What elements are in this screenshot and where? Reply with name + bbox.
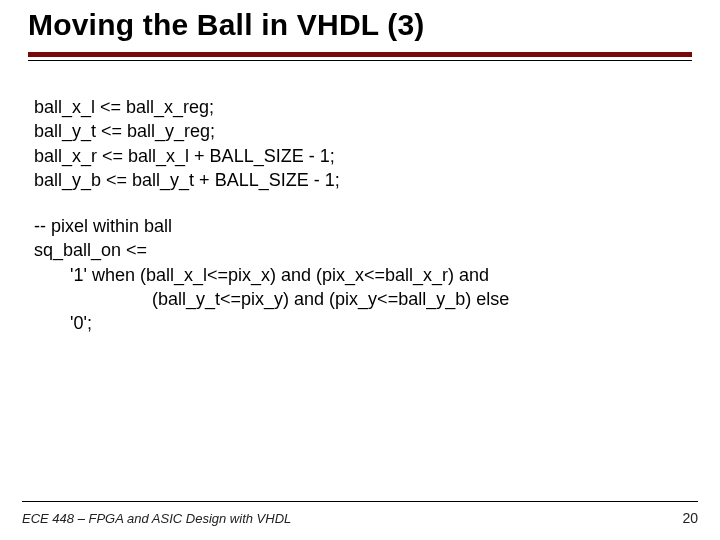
footer-course: ECE 448 – FPGA and ASIC Design with VHDL [22, 511, 291, 526]
code-line: ball_x_r <= ball_x_l + BALL_SIZE - 1; [34, 144, 692, 168]
footer-page-number: 20 [682, 510, 698, 526]
slide: Moving the Ball in VHDL (3) ball_x_l <= … [0, 0, 720, 540]
title-rule-thin [28, 60, 692, 61]
slide-content: ball_x_l <= ball_x_reg; ball_y_t <= ball… [28, 95, 692, 336]
code-line: (ball_y_t<=pix_y) and (pix_y<=ball_y_b) … [34, 287, 692, 311]
code-line: '1' when (ball_x_l<=pix_x) and (pix_x<=b… [34, 263, 692, 287]
slide-title: Moving the Ball in VHDL (3) [28, 8, 692, 42]
code-line: ball_y_b <= ball_y_t + BALL_SIZE - 1; [34, 168, 692, 192]
title-rule-thick [28, 52, 692, 57]
code-line: -- pixel within ball [34, 214, 692, 238]
code-line: ball_x_l <= ball_x_reg; [34, 95, 692, 119]
code-line: '0'; [34, 311, 692, 335]
code-block-1: ball_x_l <= ball_x_reg; ball_y_t <= ball… [28, 95, 692, 192]
footer-rule [22, 501, 698, 502]
code-line: sq_ball_on <= [34, 238, 692, 262]
code-block-2: -- pixel within ball sq_ball_on <= '1' w… [28, 214, 692, 335]
code-line: ball_y_t <= ball_y_reg; [34, 119, 692, 143]
